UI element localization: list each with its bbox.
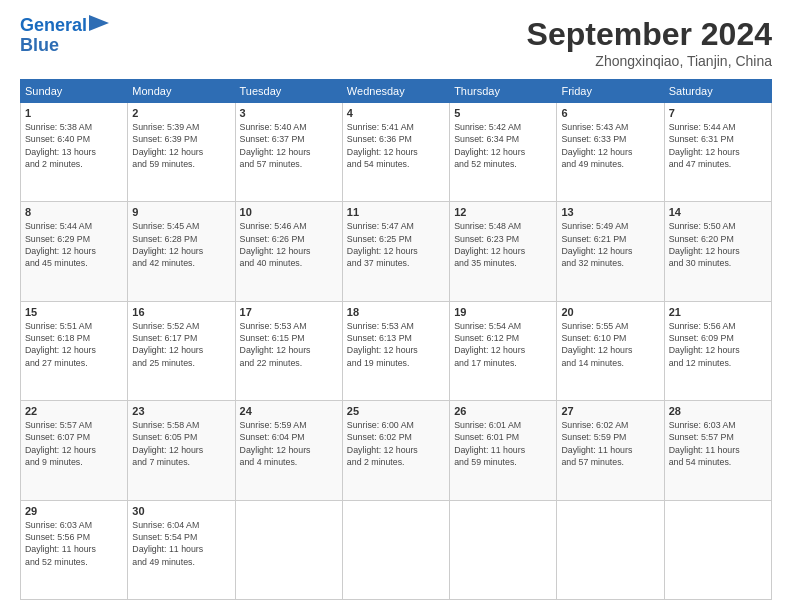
- calendar-week-row: 29Sunrise: 6:03 AM Sunset: 5:56 PM Dayli…: [21, 500, 772, 599]
- day-number: 22: [25, 405, 123, 417]
- day-number: 18: [347, 306, 445, 318]
- day-number: 28: [669, 405, 767, 417]
- day-number: 1: [25, 107, 123, 119]
- day-info: Sunrise: 5:56 AM Sunset: 6:09 PM Dayligh…: [669, 320, 767, 369]
- day-number: 23: [132, 405, 230, 417]
- day-info: Sunrise: 5:46 AM Sunset: 6:26 PM Dayligh…: [240, 220, 338, 269]
- day-info: Sunrise: 5:50 AM Sunset: 6:20 PM Dayligh…: [669, 220, 767, 269]
- day-number: 21: [669, 306, 767, 318]
- calendar-cell: [450, 500, 557, 599]
- calendar-cell: 12Sunrise: 5:48 AM Sunset: 6:23 PM Dayli…: [450, 202, 557, 301]
- day-info: Sunrise: 6:02 AM Sunset: 5:59 PM Dayligh…: [561, 419, 659, 468]
- calendar-cell: 2Sunrise: 5:39 AM Sunset: 6:39 PM Daylig…: [128, 103, 235, 202]
- day-info: Sunrise: 5:38 AM Sunset: 6:40 PM Dayligh…: [25, 121, 123, 170]
- calendar-table: SundayMondayTuesdayWednesdayThursdayFrid…: [20, 79, 772, 600]
- day-number: 16: [132, 306, 230, 318]
- day-number: 10: [240, 206, 338, 218]
- calendar-cell: 1Sunrise: 5:38 AM Sunset: 6:40 PM Daylig…: [21, 103, 128, 202]
- day-info: Sunrise: 5:54 AM Sunset: 6:12 PM Dayligh…: [454, 320, 552, 369]
- calendar-week-row: 1Sunrise: 5:38 AM Sunset: 6:40 PM Daylig…: [21, 103, 772, 202]
- calendar-cell: 10Sunrise: 5:46 AM Sunset: 6:26 PM Dayli…: [235, 202, 342, 301]
- day-number: 4: [347, 107, 445, 119]
- weekday-header-friday: Friday: [557, 80, 664, 103]
- day-number: 26: [454, 405, 552, 417]
- day-info: Sunrise: 5:59 AM Sunset: 6:04 PM Dayligh…: [240, 419, 338, 468]
- calendar-cell: 9Sunrise: 5:45 AM Sunset: 6:28 PM Daylig…: [128, 202, 235, 301]
- day-info: Sunrise: 6:01 AM Sunset: 6:01 PM Dayligh…: [454, 419, 552, 468]
- title-block: September 2024 Zhongxinqiao, Tianjin, Ch…: [527, 16, 772, 69]
- calendar-cell: 30Sunrise: 6:04 AM Sunset: 5:54 PM Dayli…: [128, 500, 235, 599]
- weekday-header-sunday: Sunday: [21, 80, 128, 103]
- calendar-cell: 15Sunrise: 5:51 AM Sunset: 6:18 PM Dayli…: [21, 301, 128, 400]
- calendar-cell: 5Sunrise: 5:42 AM Sunset: 6:34 PM Daylig…: [450, 103, 557, 202]
- day-info: Sunrise: 6:04 AM Sunset: 5:54 PM Dayligh…: [132, 519, 230, 568]
- day-info: Sunrise: 6:03 AM Sunset: 5:56 PM Dayligh…: [25, 519, 123, 568]
- calendar-cell: 25Sunrise: 6:00 AM Sunset: 6:02 PM Dayli…: [342, 401, 449, 500]
- calendar-cell: 22Sunrise: 5:57 AM Sunset: 6:07 PM Dayli…: [21, 401, 128, 500]
- day-info: Sunrise: 6:00 AM Sunset: 6:02 PM Dayligh…: [347, 419, 445, 468]
- svg-marker-0: [89, 15, 109, 31]
- day-info: Sunrise: 5:47 AM Sunset: 6:25 PM Dayligh…: [347, 220, 445, 269]
- day-number: 17: [240, 306, 338, 318]
- day-info: Sunrise: 6:03 AM Sunset: 5:57 PM Dayligh…: [669, 419, 767, 468]
- calendar-cell: 4Sunrise: 5:41 AM Sunset: 6:36 PM Daylig…: [342, 103, 449, 202]
- day-number: 20: [561, 306, 659, 318]
- day-info: Sunrise: 5:40 AM Sunset: 6:37 PM Dayligh…: [240, 121, 338, 170]
- day-info: Sunrise: 5:44 AM Sunset: 6:29 PM Dayligh…: [25, 220, 123, 269]
- day-number: 11: [347, 206, 445, 218]
- day-info: Sunrise: 5:42 AM Sunset: 6:34 PM Dayligh…: [454, 121, 552, 170]
- day-number: 7: [669, 107, 767, 119]
- day-number: 15: [25, 306, 123, 318]
- day-number: 9: [132, 206, 230, 218]
- weekday-header-monday: Monday: [128, 80, 235, 103]
- calendar-cell: 19Sunrise: 5:54 AM Sunset: 6:12 PM Dayli…: [450, 301, 557, 400]
- location: Zhongxinqiao, Tianjin, China: [527, 53, 772, 69]
- day-info: Sunrise: 5:45 AM Sunset: 6:28 PM Dayligh…: [132, 220, 230, 269]
- weekday-header-thursday: Thursday: [450, 80, 557, 103]
- calendar-cell: 29Sunrise: 6:03 AM Sunset: 5:56 PM Dayli…: [21, 500, 128, 599]
- calendar-cell: 23Sunrise: 5:58 AM Sunset: 6:05 PM Dayli…: [128, 401, 235, 500]
- calendar-cell: 11Sunrise: 5:47 AM Sunset: 6:25 PM Dayli…: [342, 202, 449, 301]
- weekday-header-wednesday: Wednesday: [342, 80, 449, 103]
- month-title: September 2024: [527, 16, 772, 53]
- calendar-cell: 28Sunrise: 6:03 AM Sunset: 5:57 PM Dayli…: [664, 401, 771, 500]
- logo: General Blue: [20, 16, 109, 56]
- calendar-cell: 18Sunrise: 5:53 AM Sunset: 6:13 PM Dayli…: [342, 301, 449, 400]
- day-number: 19: [454, 306, 552, 318]
- calendar-cell: [557, 500, 664, 599]
- calendar-cell: 16Sunrise: 5:52 AM Sunset: 6:17 PM Dayli…: [128, 301, 235, 400]
- day-number: 27: [561, 405, 659, 417]
- day-info: Sunrise: 5:43 AM Sunset: 6:33 PM Dayligh…: [561, 121, 659, 170]
- calendar-cell: 24Sunrise: 5:59 AM Sunset: 6:04 PM Dayli…: [235, 401, 342, 500]
- calendar-cell: 6Sunrise: 5:43 AM Sunset: 6:33 PM Daylig…: [557, 103, 664, 202]
- day-number: 2: [132, 107, 230, 119]
- calendar-cell: 20Sunrise: 5:55 AM Sunset: 6:10 PM Dayli…: [557, 301, 664, 400]
- calendar-cell: [235, 500, 342, 599]
- day-info: Sunrise: 5:41 AM Sunset: 6:36 PM Dayligh…: [347, 121, 445, 170]
- day-number: 14: [669, 206, 767, 218]
- day-info: Sunrise: 5:49 AM Sunset: 6:21 PM Dayligh…: [561, 220, 659, 269]
- day-number: 8: [25, 206, 123, 218]
- weekday-header-tuesday: Tuesday: [235, 80, 342, 103]
- day-number: 5: [454, 107, 552, 119]
- weekday-header-row: SundayMondayTuesdayWednesdayThursdayFrid…: [21, 80, 772, 103]
- page: General Blue September 2024 Zhongxinqiao…: [0, 0, 792, 612]
- logo-blue-text: Blue: [20, 36, 59, 56]
- calendar-cell: [342, 500, 449, 599]
- header: General Blue September 2024 Zhongxinqiao…: [20, 16, 772, 69]
- calendar-cell: 8Sunrise: 5:44 AM Sunset: 6:29 PM Daylig…: [21, 202, 128, 301]
- logo-text: General: [20, 16, 87, 36]
- calendar-week-row: 8Sunrise: 5:44 AM Sunset: 6:29 PM Daylig…: [21, 202, 772, 301]
- day-info: Sunrise: 5:39 AM Sunset: 6:39 PM Dayligh…: [132, 121, 230, 170]
- day-number: 3: [240, 107, 338, 119]
- day-number: 24: [240, 405, 338, 417]
- weekday-header-saturday: Saturday: [664, 80, 771, 103]
- calendar-cell: 3Sunrise: 5:40 AM Sunset: 6:37 PM Daylig…: [235, 103, 342, 202]
- calendar-cell: [664, 500, 771, 599]
- day-info: Sunrise: 5:48 AM Sunset: 6:23 PM Dayligh…: [454, 220, 552, 269]
- day-info: Sunrise: 5:53 AM Sunset: 6:13 PM Dayligh…: [347, 320, 445, 369]
- day-info: Sunrise: 5:55 AM Sunset: 6:10 PM Dayligh…: [561, 320, 659, 369]
- calendar-cell: 14Sunrise: 5:50 AM Sunset: 6:20 PM Dayli…: [664, 202, 771, 301]
- calendar-cell: 7Sunrise: 5:44 AM Sunset: 6:31 PM Daylig…: [664, 103, 771, 202]
- day-number: 12: [454, 206, 552, 218]
